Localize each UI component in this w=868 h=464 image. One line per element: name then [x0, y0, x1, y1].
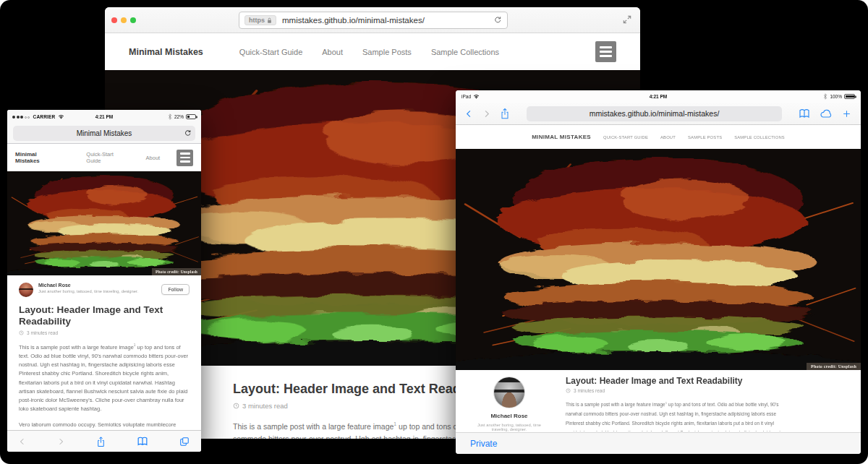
site-brand[interactable]: Minimal Mistakes — [129, 47, 203, 57]
close-window-button[interactable] — [111, 17, 117, 23]
minimize-window-button[interactable] — [121, 17, 127, 23]
author-name: Michael Rose — [38, 283, 138, 288]
nav-sample-collections[interactable]: SAMPLE COLLECTIONS — [734, 135, 785, 139]
battery-percent: 100% — [830, 94, 842, 99]
author-avatar — [19, 283, 33, 297]
nav-about[interactable]: About — [146, 155, 161, 161]
bookmarks-icon[interactable] — [799, 108, 810, 119]
page-title: Minimal Mistakes — [77, 129, 132, 137]
wifi-icon — [58, 114, 64, 119]
feature-image: Photo credit: Unsplash — [7, 171, 201, 275]
battery-icon — [844, 94, 855, 99]
menu-toggle-button[interactable] — [176, 150, 193, 166]
carrier-label: CARRIER — [33, 114, 56, 119]
iphone-address-field[interactable]: Minimal Mistakes — [13, 126, 195, 141]
read-time-label: 3 minutes read — [27, 330, 58, 335]
nav-quick-start-guide[interactable]: Quick-Start Guide — [239, 48, 302, 56]
battery-percent: 22% — [174, 114, 184, 119]
iphone-url-row: Minimal Mistakes — [7, 124, 201, 144]
clock-icon — [566, 388, 571, 393]
https-badge: https — [244, 15, 276, 25]
https-label: https — [249, 17, 265, 24]
mockup-canvas: https mmistakes.github.io/minimal-mistak… — [0, 0, 868, 464]
iphone-post-content: Michael Rose Just another boring, tattoo… — [7, 275, 201, 429]
iphone-status-bar: CARRIER 4:21 PM 22% — [7, 110, 201, 124]
clock-icon — [19, 330, 24, 335]
author-bio: Just another boring, tattooed, time trav… — [38, 289, 138, 293]
post-paragraph-2: Vero laborum commodo occupy. Semiotics v… — [19, 421, 190, 429]
author-row: Michael Rose Just another boring, tattoo… — [19, 283, 190, 297]
url-text: mmistakes.github.io/minimal-mistakes/ — [282, 16, 425, 25]
ipad-browser-toolbar: mmistakes.github.io/minimal-mistakes/ — [456, 103, 861, 125]
private-toggle[interactable]: Private — [470, 439, 497, 449]
refresh-icon[interactable] — [184, 129, 192, 137]
battery-icon — [186, 114, 196, 119]
photo-credit-badge[interactable]: Photo credit: Unsplash — [152, 268, 201, 275]
photo-credit-badge[interactable]: Photo credit: Unsplash — [807, 363, 861, 370]
bookmarks-icon[interactable] — [137, 437, 148, 446]
tabs-icon[interactable] — [179, 437, 190, 447]
device-label: iPad — [461, 94, 471, 99]
window-controls — [111, 17, 136, 23]
author-bio: Just another boring, tattooed, time trav… — [472, 423, 547, 431]
zoom-window-button[interactable] — [130, 17, 136, 23]
post-paragraph: This is a sample post with a large featu… — [19, 341, 190, 414]
forward-icon[interactable] — [57, 437, 64, 446]
feature-image: Photo credit: Unsplash — [456, 149, 861, 370]
nav-about[interactable]: About — [322, 48, 343, 56]
icloud-tabs-icon[interactable] — [820, 109, 833, 119]
clock-icon — [233, 403, 239, 409]
post-title: Layout: Header Image and Text Readabilit… — [566, 376, 845, 386]
fullscreen-icon[interactable] — [622, 14, 632, 25]
iphone-bottom-toolbar — [7, 430, 201, 452]
refresh-icon[interactable] — [493, 16, 502, 25]
nav-sample-collections[interactable]: Sample Collections — [431, 48, 499, 56]
wifi-icon — [473, 94, 480, 99]
menu-toggle-button[interactable] — [595, 41, 616, 62]
signal-strength-icon — [12, 114, 31, 119]
nav-sample-posts[interactable]: SAMPLE POSTS — [688, 135, 722, 139]
follow-button[interactable]: Follow — [161, 284, 190, 295]
new-tab-icon[interactable] — [842, 109, 851, 119]
nav-quick-start-guide[interactable]: QUICK-START GUIDE — [603, 135, 648, 139]
nav-about[interactable]: ABOUT — [660, 135, 676, 139]
iphone-safari-window: CARRIER 4:21 PM 22% Minimal Mistakes — [7, 110, 201, 452]
ipad-safari-window: iPad 4:21 PM 100% — [456, 90, 861, 454]
bluetooth-icon — [823, 93, 827, 100]
share-icon[interactable] — [500, 108, 510, 119]
address-bar[interactable]: https mmistakes.github.io/minimal-mistak… — [239, 12, 508, 29]
site-brand[interactable]: MINIMAL MISTAKES — [532, 134, 591, 140]
ipad-site-nav: MINIMAL MISTAKES QUICK-START GUIDE ABOUT… — [456, 125, 861, 149]
post-title: Layout: Header Image and Text Readabilit… — [19, 304, 171, 327]
read-time-label: 3 minutes read — [574, 388, 605, 393]
forward-icon[interactable] — [482, 109, 490, 119]
desktop-browser-toolbar: https mmistakes.github.io/minimal-mistak… — [105, 7, 640, 33]
back-icon[interactable] — [19, 437, 26, 446]
ipad-address-field[interactable]: mmistakes.github.io/minimal-mistakes/ — [527, 106, 782, 121]
author-name: Michael Rose — [472, 413, 547, 419]
iphone-site-nav: Minimal Mistakes Quick-Start Guide About — [7, 144, 201, 171]
back-icon[interactable] — [465, 109, 473, 119]
lock-icon — [267, 17, 272, 24]
read-time: 3 minutes read — [566, 388, 845, 393]
post-paragraph: This is a sample post with a large featu… — [566, 398, 786, 431]
read-time: 3 minutes read — [19, 330, 190, 335]
author-sidebar: Michael Rose Just another boring, tattoo… — [472, 376, 547, 431]
ipad-post-content: Michael Rose Just another boring, tattoo… — [456, 370, 861, 431]
read-time-label: 3 minutes read — [242, 402, 288, 410]
nav-quick-start-guide[interactable]: Quick-Start Guide — [86, 151, 129, 164]
desktop-site-nav: Minimal Mistakes Quick-Start Guide About… — [105, 33, 640, 70]
share-icon[interactable] — [96, 436, 106, 447]
ipad-status-bar: iPad 4:21 PM 100% — [456, 90, 861, 103]
private-browsing-bar: Private — [456, 432, 861, 454]
bluetooth-icon — [168, 113, 172, 120]
site-brand[interactable]: Minimal Mistakes — [15, 151, 62, 164]
author-avatar — [494, 377, 524, 408]
nav-sample-posts[interactable]: Sample Posts — [362, 48, 412, 56]
status-time: 4:21 PM — [456, 94, 861, 99]
